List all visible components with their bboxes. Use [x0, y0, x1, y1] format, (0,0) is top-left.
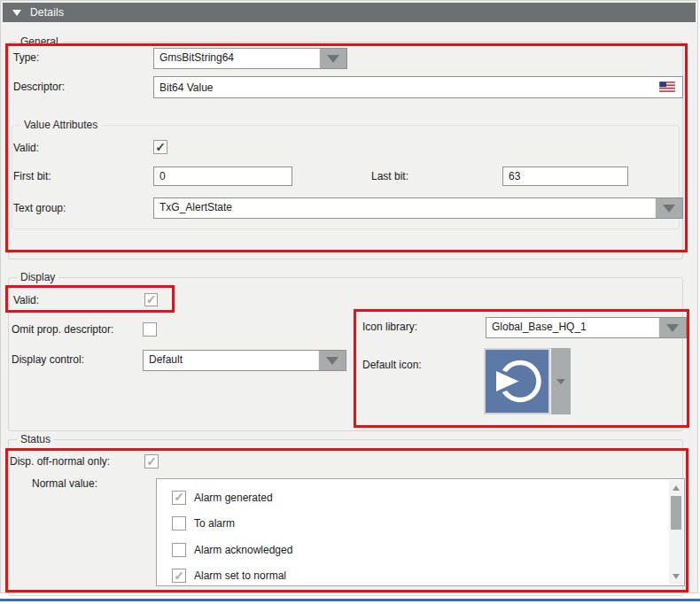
list-item[interactable]: Alarm generated [172, 490, 273, 505]
valid-label-general: Valid: [13, 142, 39, 154]
list-item-checkbox[interactable] [172, 569, 186, 583]
normal-value-label: Normal value: [32, 477, 97, 490]
type-combobox-value: GmsBitString64 [154, 49, 319, 68]
list-item[interactable]: Alarm acknowledged [172, 542, 292, 557]
list-item-label: To alarm [194, 517, 235, 530]
type-label: Type: [13, 51, 39, 64]
list-item-checkbox[interactable] [172, 491, 186, 505]
first-bit-label: First bit: [13, 170, 51, 182]
listbox-scrollbar[interactable] [669, 480, 683, 585]
scroll-down-icon[interactable] [673, 574, 680, 579]
list-item[interactable]: Alarm set to normal [172, 569, 286, 584]
omit-descriptor-label: Omit prop. descriptor: [12, 323, 113, 336]
panel-title: Details [30, 6, 64, 19]
dropdown-arrow-icon [556, 379, 565, 384]
enter-arrow-circle-icon[interactable] [484, 348, 550, 414]
display-control-dropdown-button[interactable] [318, 351, 346, 370]
scroll-up-icon[interactable] [673, 485, 680, 491]
text-group-combobox[interactable]: TxG_AlertState [153, 197, 683, 219]
type-combobox[interactable]: GmsBitString64 [153, 48, 347, 69]
groupbox-general-label: General [17, 35, 62, 48]
default-icon-dropdown-button[interactable] [551, 348, 571, 414]
default-icon-picker[interactable] [484, 348, 571, 414]
disp-off-normal-label: Disp. off-normal only: [10, 455, 110, 468]
first-bit-input[interactable] [153, 166, 292, 186]
type-dropdown-button[interactable] [319, 49, 346, 68]
icon-library-combobox-value: Global_Base_HQ_1 [486, 318, 658, 337]
omit-descriptor-checkbox[interactable] [143, 322, 157, 337]
dropdown-arrow-icon [326, 357, 338, 365]
descriptor-label: Descriptor: [13, 81, 65, 93]
disp-off-normal-checkbox[interactable] [144, 454, 159, 468]
dropdown-arrow-icon [666, 324, 679, 332]
text-group-combobox-value: TxG_AlertState [154, 198, 655, 218]
text-group-label: Text group: [13, 202, 66, 214]
list-item-label: Alarm set to normal [194, 569, 286, 582]
icon-library-dropdown-button[interactable] [658, 318, 686, 337]
valid-label-display: Valid: [13, 294, 39, 306]
us-flag-icon [659, 81, 675, 92]
default-icon-label: Default icon: [362, 359, 422, 371]
text-group-dropdown-button[interactable] [655, 198, 682, 218]
list-item-checkbox[interactable] [172, 543, 186, 557]
scrollbar-thumb[interactable] [671, 496, 681, 530]
dropdown-arrow-icon [327, 55, 339, 63]
valid-checkbox-display[interactable] [144, 293, 158, 306]
display-control-combobox-value: Default [144, 351, 318, 370]
collapse-triangle-icon[interactable] [12, 10, 21, 16]
descriptor-input[interactable] [153, 76, 683, 98]
valid-checkbox-general[interactable] [153, 140, 167, 154]
list-item-checkbox[interactable] [172, 516, 186, 530]
list-item-label: Alarm acknowledged [194, 544, 292, 556]
display-control-label: Display control: [12, 353, 84, 366]
groupbox-display-label: Display [17, 271, 58, 283]
last-bit-label: Last bit: [371, 170, 408, 182]
dropdown-arrow-icon [663, 205, 675, 213]
list-item-label: Alarm generated [194, 492, 273, 504]
details-panel: Details General Value Attributes Display… [0, 0, 698, 593]
list-item[interactable]: To alarm [172, 516, 235, 531]
details-header[interactable]: Details [3, 3, 696, 22]
icon-library-combobox[interactable]: Global_Base_HQ_1 [486, 317, 687, 338]
display-control-combobox[interactable]: Default [143, 350, 346, 371]
normal-value-listbox[interactable]: Alarm generatedTo alarmAlarm acknowledge… [156, 478, 685, 586]
groupbox-value-attributes-label: Value Attributes [20, 119, 101, 131]
bottom-accent-line [0, 599, 700, 601]
groupbox-status-label: Status [17, 433, 54, 445]
last-bit-input[interactable] [502, 166, 628, 186]
icon-library-label: Icon library: [362, 321, 417, 333]
